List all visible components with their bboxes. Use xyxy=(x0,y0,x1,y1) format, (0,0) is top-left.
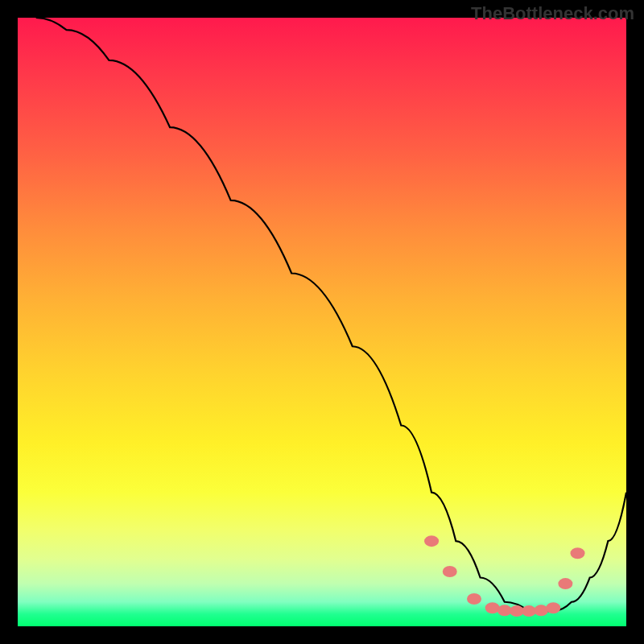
watermark-text: TheBottleneck.com xyxy=(471,3,634,24)
chart-canvas xyxy=(18,18,626,626)
